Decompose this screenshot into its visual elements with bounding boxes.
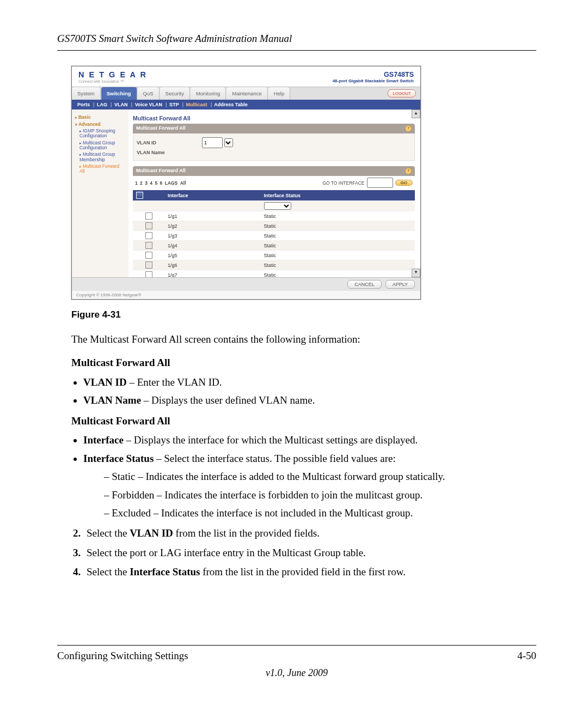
pager-num[interactable]: 1 xyxy=(135,180,138,186)
table-row[interactable]: 1/g5Static xyxy=(133,251,415,260)
cell-interface: 1/g7 xyxy=(164,270,261,278)
goto-label: GO TO INTERFACE xyxy=(322,180,364,186)
row-checkbox[interactable] xyxy=(145,242,152,249)
panel1-body: VLAN ID VLAN Name xyxy=(133,133,415,161)
sidebar-heading-advanced[interactable]: Advanced xyxy=(75,121,125,127)
logout-button[interactable]: LOGOUT xyxy=(388,89,416,98)
section1-list: VLAN ID – Enter the VLAN ID. VLAN Name –… xyxy=(71,374,536,409)
tab-maintenance[interactable]: Maintenance xyxy=(226,87,267,100)
cell-status: Static xyxy=(261,211,415,221)
model-number: GS748TS xyxy=(333,71,414,78)
pager-num[interactable]: 5 xyxy=(155,180,157,186)
tab-qos[interactable]: QoS xyxy=(138,87,160,100)
sidebar-item-mcast-group-membership[interactable]: Multicast Group Membership xyxy=(79,152,125,162)
subtab-vlan[interactable]: VLAN xyxy=(114,102,128,107)
footer-bar: CANCEL APPLY xyxy=(72,277,420,291)
goto-input[interactable] xyxy=(367,178,393,188)
row-checkbox[interactable] xyxy=(145,212,152,220)
pager-num[interactable]: 2 xyxy=(140,180,143,186)
pager-num[interactable]: 6 xyxy=(160,180,163,186)
brand-block: N E T G E A R Connect with Innovation ™ xyxy=(78,71,148,83)
help-icon[interactable]: ? xyxy=(405,125,412,132)
subtab-voice-vlan[interactable]: Voice VLAN xyxy=(135,102,162,107)
panel1-title: Multicast Forward All xyxy=(136,125,186,132)
scrollbar-up-icon[interactable]: ▲ xyxy=(412,109,420,118)
sidebar-item-mcast-group-config[interactable]: Multicast Group Configuration xyxy=(79,141,125,151)
pager-row: 1 2 3 4 5 6 LAGS All GO TO INTERFACE GO xyxy=(133,176,415,190)
table-row[interactable]: 1/g2Static xyxy=(133,221,415,231)
scrollbar-down-icon[interactable]: ▼ xyxy=(412,269,420,277)
cell-status: Static xyxy=(261,241,415,251)
list-item: VLAN ID – Enter the VLAN ID. xyxy=(83,374,536,390)
step: Select the VLAN ID from the list in the … xyxy=(83,525,536,541)
table-row[interactable]: 1/g3Static xyxy=(133,231,415,241)
netgear-app-window: N E T G E A R Connect with Innovation ™ … xyxy=(71,66,421,300)
vlan-id-label: VLAN ID xyxy=(137,140,202,145)
cell-status: Static xyxy=(261,251,415,260)
vlan-id-input[interactable] xyxy=(202,137,223,148)
table-row[interactable]: 1/g4Static xyxy=(133,241,415,251)
go-button[interactable]: GO xyxy=(395,180,413,186)
row-checkbox[interactable] xyxy=(145,271,152,277)
subtabs: Ports| LAG| VLAN| Voice VLAN| STP| Multi… xyxy=(72,100,420,109)
row-checkbox[interactable] xyxy=(145,252,152,259)
help-icon[interactable]: ? xyxy=(405,168,412,174)
sidebar: Basic Advanced IGMP Snooping Configurati… xyxy=(72,109,128,277)
subtab-address-table[interactable]: Address Table xyxy=(214,102,247,107)
subtab-lag[interactable]: LAG xyxy=(97,102,107,107)
list-item: Static – Indicates the interface is adde… xyxy=(104,468,536,484)
tab-switching[interactable]: Switching xyxy=(101,87,137,100)
model-description: 48-port Gigabit Stackable Smart Switch xyxy=(333,78,414,83)
intro-text: The Multicast Forward All screen contain… xyxy=(71,331,536,347)
brand-tagline: Connect with Innovation ™ xyxy=(78,80,148,83)
pager-all[interactable]: All xyxy=(180,180,186,186)
list-item: Excluded – Indicates the interface is no… xyxy=(104,505,536,521)
list-item: Interface Status – Select the interface … xyxy=(83,451,536,521)
table-row[interactable]: 1/g6Static xyxy=(133,260,415,270)
section1-title: Multicast Forward All xyxy=(71,355,536,370)
step: Select the Interface Status from the lis… xyxy=(83,564,536,580)
table-row[interactable]: 1/g1Static xyxy=(133,211,415,221)
interface-table: Interface Interface Status 1/g1Static1/g… xyxy=(133,190,415,277)
row-checkbox[interactable] xyxy=(145,232,152,239)
list-item: Interface – Displays the interface for w… xyxy=(83,432,536,448)
cell-interface: 1/g4 xyxy=(164,241,261,251)
section2-title: Multicast Forward All xyxy=(71,413,536,429)
vlan-name-label: VLAN Name xyxy=(137,150,202,155)
cell-interface: 1/g5 xyxy=(164,251,261,260)
pager-num[interactable]: 3 xyxy=(145,180,148,186)
subtab-ports[interactable]: Ports xyxy=(77,102,90,107)
tab-help[interactable]: Help xyxy=(268,87,291,100)
tab-system[interactable]: System xyxy=(72,87,101,100)
step: Select the port or LAG interface entry i… xyxy=(83,545,536,561)
table-row[interactable]: 1/g7Static xyxy=(133,270,415,278)
figure-label: Figure 4-31 xyxy=(71,309,536,320)
panel1-header: Multicast Forward All ? xyxy=(133,124,415,133)
cancel-button[interactable]: CANCEL xyxy=(347,280,382,289)
brand-logo-text: N E T G E A R xyxy=(78,71,148,79)
vlan-id-select[interactable] xyxy=(224,138,233,147)
status-filter-select[interactable] xyxy=(264,202,291,210)
apply-button[interactable]: APPLY xyxy=(385,280,415,289)
select-all-checkbox[interactable] xyxy=(136,192,143,199)
footer-left: Configuring Switching Settings xyxy=(57,650,188,662)
cell-status: Static xyxy=(261,270,415,278)
sidebar-item-mcast-forward-all[interactable]: Multicast Forward All xyxy=(79,164,125,174)
row-checkbox[interactable] xyxy=(145,261,152,269)
sidebar-item-igmp-snooping[interactable]: IGMP Snooping Configuration xyxy=(79,129,125,139)
cell-status: Static xyxy=(261,231,415,241)
pager-num[interactable]: 4 xyxy=(150,180,152,186)
page-title: Multicast Forward All xyxy=(133,113,415,124)
steps-list: Select the VLAN ID from the list in the … xyxy=(71,525,536,580)
subtab-multicast[interactable]: Multicast xyxy=(186,102,207,107)
row-checkbox[interactable] xyxy=(145,222,152,229)
sidebar-heading-basic[interactable]: Basic xyxy=(75,114,125,120)
tab-monitoring[interactable]: Monitoring xyxy=(191,87,226,100)
subtab-stp[interactable]: STP xyxy=(169,102,179,107)
col-interface-status: Interface Status xyxy=(261,190,415,201)
model-block: GS748TS 48-port Gigabit Stackable Smart … xyxy=(333,71,414,83)
copyright-text: Copyright © 1996-2008 Netgear® xyxy=(72,291,420,299)
pager-numbers: 1 2 3 4 5 6 LAGS All xyxy=(135,180,187,186)
pager-lags[interactable]: LAGS xyxy=(165,180,178,186)
tab-security[interactable]: Security xyxy=(160,87,190,100)
